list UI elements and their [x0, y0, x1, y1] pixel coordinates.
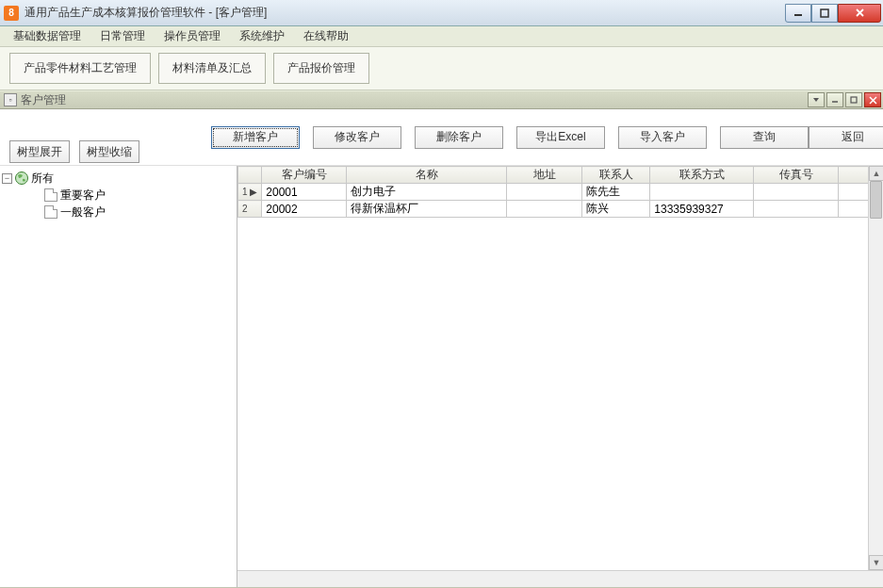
toolbar-parts-material-button[interactable]: 产品零件材料工艺管理	[9, 53, 151, 84]
cell-id[interactable]: 20002	[262, 201, 347, 218]
action-bar: 新增客户 修改客户 删除客户 导出Excel 导入客户 查询 返回 树型展开 树…	[0, 109, 883, 166]
customer-table: 客户编号 名称 地址 联系人 联系方式 传真号 1 ▶20001创力电子陈先生2…	[237, 166, 883, 218]
table-row[interactable]: 220002得新保温杯厂陈兴13335939327	[238, 201, 883, 218]
row-selector[interactable]: 2	[238, 201, 262, 218]
toolbar-quote-button[interactable]: 产品报价管理	[273, 53, 369, 84]
mdi-child-header: ▫ 客户管理	[0, 90, 883, 109]
document-icon	[44, 205, 57, 219]
tree-child-general[interactable]: 一般客户	[2, 204, 235, 220]
col-fax[interactable]: 传真号	[754, 167, 839, 184]
vertical-scrollbar[interactable]: ▲ ▼	[868, 166, 883, 570]
delete-customer-button[interactable]: 删除客户	[415, 126, 503, 149]
export-excel-button[interactable]: 导出Excel	[516, 126, 605, 149]
cell-id[interactable]: 20001	[262, 184, 347, 201]
svg-marker-4	[813, 98, 819, 102]
cell-addr[interactable]	[507, 184, 582, 201]
mdi-maximize-button[interactable]	[845, 92, 862, 107]
col-phone[interactable]: 联系方式	[650, 167, 754, 184]
grid-panel: 客户编号 名称 地址 联系人 联系方式 传真号 1 ▶20001创力电子陈先生2…	[237, 166, 883, 587]
svg-rect-6	[851, 97, 857, 103]
main-toolbar: 产品零件材料工艺管理 材料清单及汇总 产品报价管理	[0, 47, 883, 90]
toolbar-bom-summary-button[interactable]: 材料清单及汇总	[158, 53, 266, 84]
cell-contact[interactable]: 陈兴	[582, 201, 650, 218]
new-customer-button[interactable]: 新增客户	[211, 126, 300, 149]
tree-root-node[interactable]: − 所有	[2, 170, 235, 187]
row-selector-header[interactable]	[238, 167, 262, 184]
cell-fax[interactable]	[754, 201, 839, 218]
tree-panel: − 所有 重要客户 一般客户	[0, 166, 237, 587]
back-button[interactable]: 返回	[809, 126, 883, 149]
mdi-dropdown-button[interactable]	[808, 92, 825, 107]
col-name[interactable]: 名称	[347, 167, 507, 184]
menu-basic-data[interactable]: 基础数据管理	[4, 25, 90, 47]
tree-child-important[interactable]: 重要客户	[2, 187, 235, 204]
table-header-row: 客户编号 名称 地址 联系人 联系方式 传真号	[238, 167, 883, 184]
search-button[interactable]: 查询	[720, 126, 809, 149]
scroll-up-arrow[interactable]: ▲	[869, 166, 883, 181]
document-icon	[44, 188, 57, 202]
table-row[interactable]: 1 ▶20001创力电子陈先生	[238, 184, 883, 201]
scroll-down-arrow[interactable]: ▼	[869, 555, 883, 570]
window-minimize-button[interactable]	[785, 4, 811, 23]
globe-icon	[14, 171, 29, 186]
cell-phone[interactable]: 13335939327	[650, 201, 754, 218]
svg-rect-1	[821, 9, 828, 17]
cell-name[interactable]: 创力电子	[347, 184, 507, 201]
mdi-title: 客户管理	[21, 92, 66, 108]
window-close-button[interactable]	[838, 4, 881, 23]
tree-child-label: 重要客户	[60, 188, 106, 204]
menubar: 基础数据管理 日常管理 操作员管理 系统维护 在线帮助	[0, 26, 883, 47]
cell-name[interactable]: 得新保温杯厂	[347, 201, 507, 218]
col-address[interactable]: 地址	[507, 167, 582, 184]
horizontal-scrollbar[interactable]	[237, 570, 883, 587]
tree-child-label: 一般客户	[60, 204, 106, 220]
tree-expand-button[interactable]: 树型展开	[9, 140, 70, 163]
svg-point-9	[16, 172, 28, 185]
menu-daily[interactable]: 日常管理	[90, 25, 155, 47]
cell-fax[interactable]	[754, 184, 839, 201]
menu-system[interactable]: 系统维护	[230, 25, 294, 47]
edit-customer-button[interactable]: 修改客户	[313, 126, 401, 149]
menu-operator[interactable]: 操作员管理	[155, 25, 230, 47]
tree-collapse-button[interactable]: 树型收缩	[79, 140, 139, 163]
window-titlebar: 8 通用产品生产成本核算报价管理软件 - [客户管理]	[0, 0, 883, 26]
mdi-close-button[interactable]	[864, 92, 881, 107]
tree-root-label: 所有	[31, 171, 54, 187]
col-customer-id[interactable]: 客户编号	[262, 167, 347, 184]
main-split: − 所有 重要客户 一般客户 客户编号 名称	[0, 166, 883, 587]
cell-addr[interactable]	[507, 201, 582, 218]
row-selector[interactable]: 1 ▶	[238, 184, 262, 201]
tree-toggle-icon[interactable]: −	[2, 173, 12, 184]
mdi-restore-icon[interactable]: ▫	[4, 93, 17, 106]
import-customer-button[interactable]: 导入客户	[618, 126, 707, 149]
cell-phone[interactable]	[650, 184, 754, 201]
cell-contact[interactable]: 陈先生	[582, 184, 650, 201]
window-title: 通用产品生产成本核算报价管理软件 - [客户管理]	[25, 5, 267, 21]
window-maximize-button[interactable]	[811, 4, 838, 23]
scroll-thumb[interactable]	[870, 181, 882, 219]
app-icon: 8	[4, 6, 19, 21]
mdi-minimize-button[interactable]	[826, 92, 843, 107]
col-contact[interactable]: 联系人	[582, 167, 650, 184]
menu-help[interactable]: 在线帮助	[294, 25, 358, 47]
